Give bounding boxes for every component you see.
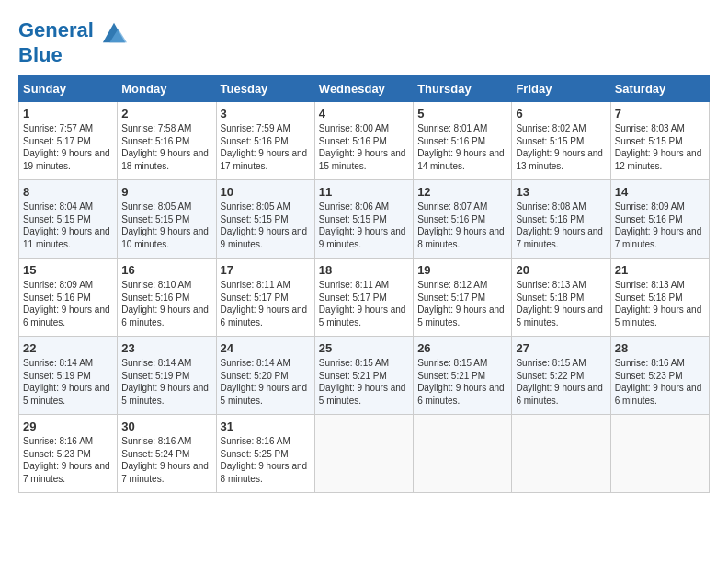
day-number: 14 — [615, 185, 705, 199]
calendar-cell-day-21: 21Sunrise: 8:13 AMSunset: 5:18 PMDayligh… — [610, 259, 709, 337]
logo-text: General — [18, 18, 127, 44]
day-number: 5 — [417, 107, 507, 121]
calendar-cell-day-10: 10Sunrise: 8:05 AMSunset: 5:15 PMDayligh… — [216, 180, 314, 259]
calendar-cell-day-15: 15Sunrise: 8:09 AMSunset: 5:16 PMDayligh… — [19, 259, 118, 337]
calendar-cell-day-7: 7Sunrise: 8:03 AMSunset: 5:15 PMDaylight… — [610, 102, 709, 180]
cell-info: Sunrise: 8:15 AMSunset: 5:21 PMDaylight:… — [417, 357, 507, 407]
cell-info: Sunrise: 8:01 AMSunset: 5:16 PMDaylight:… — [417, 122, 507, 172]
calendar-cell-day-11: 11Sunrise: 8:06 AMSunset: 5:15 PMDayligh… — [314, 180, 413, 259]
cell-info: Sunrise: 8:15 AMSunset: 5:21 PMDaylight:… — [319, 357, 409, 407]
day-number: 2 — [121, 107, 211, 121]
calendar-cell-day-29: 29Sunrise: 8:16 AMSunset: 5:23 PMDayligh… — [19, 415, 118, 493]
cell-info: Sunrise: 8:14 AMSunset: 5:20 PMDaylight:… — [221, 357, 311, 407]
cell-info: Sunrise: 8:02 AMSunset: 5:15 PMDaylight:… — [516, 122, 606, 172]
day-number: 22 — [23, 341, 113, 355]
cell-info: Sunrise: 8:07 AMSunset: 5:16 PMDaylight:… — [417, 201, 507, 250]
col-header-thursday: Thursday — [414, 76, 512, 102]
cell-info: Sunrise: 8:10 AMSunset: 5:16 PMDaylight:… — [121, 279, 211, 328]
cell-info: Sunrise: 8:16 AMSunset: 5:24 PMDaylight:… — [121, 435, 211, 485]
day-number: 3 — [221, 107, 311, 121]
cell-info: Sunrise: 8:04 AMSunset: 5:15 PMDaylight:… — [23, 201, 113, 250]
cell-info: Sunrise: 8:12 AMSunset: 5:17 PMDaylight:… — [417, 279, 507, 328]
calendar-table: SundayMondayTuesdayWednesdayThursdayFrid… — [18, 75, 710, 493]
cell-info: Sunrise: 7:59 AMSunset: 5:16 PMDaylight:… — [221, 122, 311, 172]
col-header-wednesday: Wednesday — [314, 76, 413, 102]
day-number: 25 — [319, 341, 409, 355]
calendar-cell-day-3: 3Sunrise: 7:59 AMSunset: 5:16 PMDaylight… — [216, 102, 314, 180]
calendar-cell-day-31: 31Sunrise: 8:16 AMSunset: 5:25 PMDayligh… — [216, 415, 314, 493]
col-header-monday: Monday — [118, 76, 216, 102]
calendar-cell-day-23: 23Sunrise: 8:14 AMSunset: 5:19 PMDayligh… — [118, 337, 216, 415]
empty-cell — [414, 415, 512, 493]
day-number: 1 — [23, 107, 113, 121]
cell-info: Sunrise: 8:11 AMSunset: 5:17 PMDaylight:… — [221, 279, 311, 328]
empty-cell — [610, 415, 709, 493]
calendar-cell-day-8: 8Sunrise: 8:04 AMSunset: 5:15 PMDaylight… — [19, 180, 118, 259]
cell-info: Sunrise: 8:16 AMSunset: 5:23 PMDaylight:… — [615, 357, 705, 407]
calendar-cell-day-5: 5Sunrise: 8:01 AMSunset: 5:16 PMDaylight… — [414, 102, 512, 180]
cell-info: Sunrise: 8:11 AMSunset: 5:17 PMDaylight:… — [319, 279, 409, 328]
day-number: 9 — [121, 185, 211, 199]
calendar-cell-day-12: 12Sunrise: 8:07 AMSunset: 5:16 PMDayligh… — [414, 180, 512, 259]
col-header-sunday: Sunday — [19, 76, 118, 102]
calendar-cell-day-16: 16Sunrise: 8:10 AMSunset: 5:16 PMDayligh… — [118, 259, 216, 337]
calendar-cell-day-20: 20Sunrise: 8:13 AMSunset: 5:18 PMDayligh… — [512, 259, 610, 337]
calendar-cell-day-1: 1Sunrise: 7:57 AMSunset: 5:17 PMDaylight… — [19, 102, 118, 180]
empty-cell — [314, 415, 413, 493]
day-number: 8 — [23, 185, 113, 199]
cell-info: Sunrise: 8:14 AMSunset: 5:19 PMDaylight:… — [23, 357, 113, 407]
cell-info: Sunrise: 8:05 AMSunset: 5:15 PMDaylight:… — [221, 201, 311, 250]
calendar-cell-day-24: 24Sunrise: 8:14 AMSunset: 5:20 PMDayligh… — [216, 337, 314, 415]
page-header: General Blue — [18, 18, 710, 66]
day-number: 16 — [121, 263, 211, 277]
day-number: 28 — [615, 341, 705, 355]
calendar-cell-day-14: 14Sunrise: 8:09 AMSunset: 5:16 PMDayligh… — [610, 180, 709, 259]
day-number: 30 — [121, 419, 211, 433]
day-number: 4 — [319, 107, 409, 121]
cell-info: Sunrise: 8:16 AMSunset: 5:25 PMDaylight:… — [221, 435, 311, 485]
cell-info: Sunrise: 8:15 AMSunset: 5:22 PMDaylight:… — [516, 357, 606, 407]
cell-info: Sunrise: 8:16 AMSunset: 5:23 PMDaylight:… — [23, 435, 113, 485]
day-number: 21 — [615, 263, 705, 277]
cell-info: Sunrise: 8:09 AMSunset: 5:16 PMDaylight:… — [615, 201, 705, 250]
day-number: 31 — [221, 419, 311, 433]
day-number: 18 — [319, 263, 409, 277]
calendar-cell-day-26: 26Sunrise: 8:15 AMSunset: 5:21 PMDayligh… — [414, 337, 512, 415]
cell-info: Sunrise: 8:13 AMSunset: 5:18 PMDaylight:… — [516, 279, 606, 328]
calendar-cell-day-18: 18Sunrise: 8:11 AMSunset: 5:17 PMDayligh… — [314, 259, 413, 337]
day-number: 17 — [221, 263, 311, 277]
col-header-saturday: Saturday — [610, 76, 709, 102]
calendar-cell-day-25: 25Sunrise: 8:15 AMSunset: 5:21 PMDayligh… — [314, 337, 413, 415]
cell-info: Sunrise: 8:08 AMSunset: 5:16 PMDaylight:… — [516, 201, 606, 250]
day-number: 20 — [516, 263, 606, 277]
day-number: 11 — [319, 185, 409, 199]
calendar-cell-day-28: 28Sunrise: 8:16 AMSunset: 5:23 PMDayligh… — [610, 337, 709, 415]
calendar-cell-day-2: 2Sunrise: 7:58 AMSunset: 5:16 PMDaylight… — [118, 102, 216, 180]
cell-info: Sunrise: 8:00 AMSunset: 5:16 PMDaylight:… — [319, 122, 409, 172]
cell-info: Sunrise: 8:05 AMSunset: 5:15 PMDaylight:… — [121, 201, 211, 250]
cell-info: Sunrise: 7:57 AMSunset: 5:17 PMDaylight:… — [23, 122, 113, 172]
day-number: 7 — [615, 107, 705, 121]
calendar-cell-day-22: 22Sunrise: 8:14 AMSunset: 5:19 PMDayligh… — [19, 337, 118, 415]
cell-info: Sunrise: 8:09 AMSunset: 5:16 PMDaylight:… — [23, 279, 113, 328]
cell-info: Sunrise: 8:03 AMSunset: 5:15 PMDaylight:… — [615, 122, 705, 172]
calendar-cell-day-4: 4Sunrise: 8:00 AMSunset: 5:16 PMDaylight… — [314, 102, 413, 180]
calendar-cell-day-13: 13Sunrise: 8:08 AMSunset: 5:16 PMDayligh… — [512, 180, 610, 259]
day-number: 27 — [516, 341, 606, 355]
calendar-cell-day-30: 30Sunrise: 8:16 AMSunset: 5:24 PMDayligh… — [118, 415, 216, 493]
cell-info: Sunrise: 7:58 AMSunset: 5:16 PMDaylight:… — [121, 122, 211, 172]
day-number: 29 — [23, 419, 113, 433]
logo: General Blue — [18, 18, 127, 66]
logo-blue: Blue — [18, 44, 127, 66]
calendar-cell-day-9: 9Sunrise: 8:05 AMSunset: 5:15 PMDaylight… — [118, 180, 216, 259]
day-number: 6 — [516, 107, 606, 121]
calendar-cell-day-6: 6Sunrise: 8:02 AMSunset: 5:15 PMDaylight… — [512, 102, 610, 180]
day-number: 13 — [516, 185, 606, 199]
day-number: 26 — [417, 341, 507, 355]
cell-info: Sunrise: 8:14 AMSunset: 5:19 PMDaylight:… — [121, 357, 211, 407]
day-number: 23 — [121, 341, 211, 355]
day-number: 12 — [417, 185, 507, 199]
empty-cell — [512, 415, 610, 493]
calendar-cell-day-17: 17Sunrise: 8:11 AMSunset: 5:17 PMDayligh… — [216, 259, 314, 337]
calendar-cell-day-27: 27Sunrise: 8:15 AMSunset: 5:22 PMDayligh… — [512, 337, 610, 415]
